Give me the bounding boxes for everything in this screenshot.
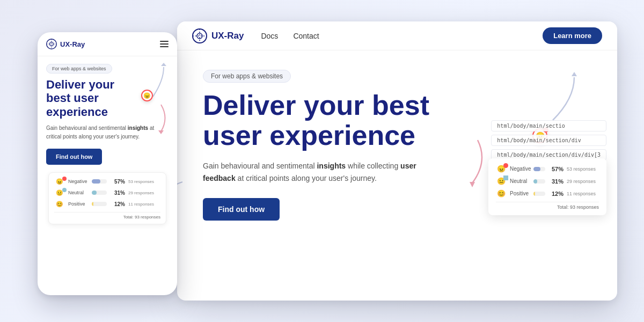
mobile-logo-text: UX-Ray: [60, 40, 85, 48]
positive-bar-bg: [533, 192, 545, 196]
mobile-sentiment-total: Total: 93 responses: [54, 212, 160, 219]
desktop-mockup: UX-Ray Docs Contact Learn more For web a…: [177, 21, 617, 301]
dom-item-1: html/body/main/sectio: [491, 120, 606, 131]
negative-bar-fill: [533, 167, 540, 171]
scene: UX-Ray Docs Contact Learn more For web a…: [0, 0, 644, 322]
mobile-neutral-label: Neutral: [68, 190, 89, 195]
neutral-bar-fill: [533, 179, 537, 184]
positive-emoji: 😊: [496, 189, 507, 197]
positive-pct: 12%: [548, 191, 564, 197]
mobile-positive-emoji: 😊: [54, 201, 65, 208]
nav-contact[interactable]: Contact: [293, 32, 319, 40]
mobile-neutral-count: 29 responses: [128, 191, 160, 195]
hamburger-menu[interactable]: [160, 41, 169, 47]
negative-count: 53 responses: [567, 166, 599, 172]
negative-bar-bg: [533, 167, 545, 171]
mobile-hero: For web apps & websites Deliver yourbest…: [38, 56, 177, 231]
neutral-label: Neutral: [510, 178, 530, 184]
sentiment-row-negative: 😠 Negative 57% 53 responses: [496, 165, 599, 173]
desktop-sentiment-chart: 😠 Negative 57% 53 responses 😐 Neut: [488, 158, 606, 215]
desktop-hero-subtitle: Gain behavioural and sentimental insight…: [203, 160, 428, 184]
uxray-logo-icon: [192, 28, 207, 43]
desktop-hero: For web apps & websites Deliver your bes…: [177, 50, 617, 231]
nav-cta-button[interactable]: Learn more: [543, 27, 602, 44]
svg-point-0: [193, 29, 207, 43]
mobile-positive-label: Positive: [68, 201, 89, 207]
negative-pct: 57%: [548, 166, 564, 172]
sentiment-total: Total: 93 responses: [496, 202, 599, 210]
desktop-find-out-button[interactable]: Find out how: [203, 198, 280, 221]
mobile-neutral-emoji: 😐: [54, 189, 65, 196]
mobile-logo-area: UX-Ray: [46, 39, 85, 49]
emoji-annotation-mobile: 😠: [141, 90, 153, 101]
positive-bar-fill: [533, 192, 535, 196]
mobile-negative-label: Negative: [68, 179, 89, 184]
dom-breadcrumb-panel: html/body/main/sectio html/body/main/sec…: [491, 120, 606, 160]
desktop-logo-text: UX-Ray: [211, 31, 244, 41]
mobile-negative-count: 53 responses: [128, 179, 160, 184]
neutral-pct: 31%: [548, 178, 564, 185]
mobile-nav: UX-Ray: [38, 32, 177, 56]
mobile-negative-bar-bg: [92, 179, 107, 184]
mobile-mockup: UX-Ray For web apps & websites Deliver y…: [38, 32, 177, 295]
sentiment-row-positive: 😊 Positive 12% 11 responses: [496, 189, 599, 197]
sentiment-row-neutral: 😐 Neutral 31% 29 responses: [496, 177, 599, 185]
mobile-sentiment-row-neutral: 😐 Neutral 31% 29 responses: [54, 189, 160, 196]
negative-emoji: 😠: [496, 165, 507, 173]
neutral-count: 29 responses: [567, 179, 599, 184]
mobile-negative-emoji: 😠: [54, 178, 65, 185]
desktop-hero-title: Deliver your best user experience: [203, 90, 471, 150]
svg-point-7: [47, 39, 57, 49]
mobile-positive-bar: [92, 202, 93, 206]
negative-label: Negative: [510, 166, 530, 172]
mobile-neutral-pct: 31%: [110, 190, 125, 196]
arrow-up-right-icon: [542, 72, 585, 126]
mobile-neutral-bar: [92, 191, 97, 195]
positive-label: Positive: [510, 191, 530, 196]
mobile-positive-bar-bg: [92, 202, 107, 206]
arrow-down-chart-icon: [445, 135, 488, 188]
desktop-tag-pill: For web apps & websites: [203, 70, 291, 83]
svg-marker-11: [161, 63, 166, 66]
svg-marker-5: [470, 182, 475, 187]
mobile-tag-pill: For web apps & websites: [46, 64, 112, 74]
mobile-logo-icon: [46, 39, 57, 49]
mobile-positive-pct: 12%: [110, 201, 125, 207]
svg-marker-12: [158, 130, 164, 134]
positive-count: 11 responses: [567, 191, 599, 196]
dom-item-2: html/body/main/section/div: [491, 135, 606, 146]
arrow-down-mobile-icon: [150, 102, 172, 134]
mobile-sentiment-row-negative: 😠 Negative 57% 53 responses: [54, 178, 160, 185]
mobile-neutral-bar-bg: [92, 191, 107, 195]
mobile-sentiment-row-positive: 😊 Positive 12% 11 responses: [54, 201, 160, 208]
neutral-bar-bg: [533, 179, 545, 184]
mobile-positive-count: 11 responses: [128, 202, 160, 207]
desktop-nav-links: Docs Contact: [261, 32, 543, 40]
mobile-sentiment-chart: 😠 Negative 57% 53 responses 😐 Neut: [48, 172, 166, 224]
mobile-find-out-button[interactable]: Find out how: [46, 149, 102, 165]
svg-marker-4: [572, 72, 577, 76]
mobile-negative-bar: [92, 179, 100, 184]
neutral-emoji: 😐: [496, 177, 507, 185]
desktop-logo-area: UX-Ray: [192, 28, 244, 43]
arrow-to-cta-icon: [177, 174, 188, 201]
mobile-negative-pct: 57%: [110, 179, 125, 185]
desktop-nav: UX-Ray Docs Contact Learn more: [177, 21, 617, 50]
nav-docs[interactable]: Docs: [261, 32, 278, 40]
